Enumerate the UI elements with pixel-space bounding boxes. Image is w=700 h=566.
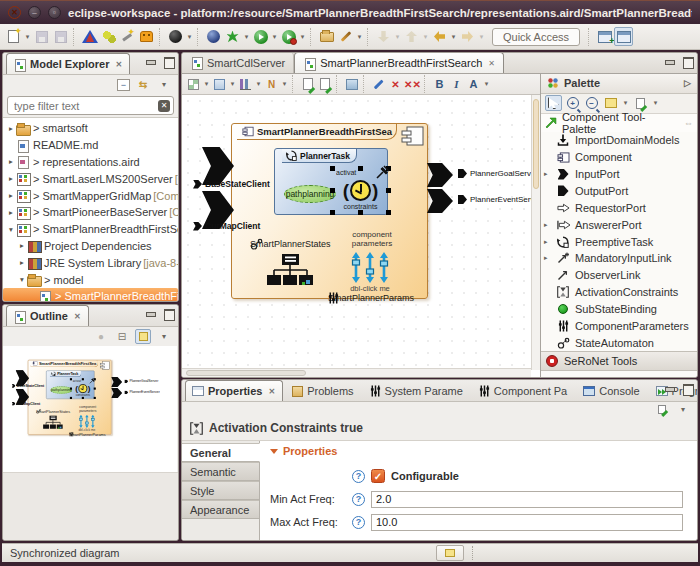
side-tab-general[interactable]: General [182,443,260,462]
delete-icon[interactable]: ✕ [387,76,404,93]
group-pin-icon[interactable]: ⇔ [684,118,693,128]
pen-dropdown[interactable] [355,27,364,46]
align-icon[interactable] [237,76,254,93]
palette-pin-icon[interactable] [684,78,691,88]
palette-item-observerlink[interactable]: ObserverLink [541,267,697,284]
open-perspective-icon[interactable] [595,27,614,46]
outline-thumbnail[interactable]: SmartPlannerBreadthFirstSea PlannerTask [3,346,177,472]
pin-view-icon[interactable] [654,403,670,415]
section-properties[interactable]: Properties [270,445,687,457]
run-dropdown[interactable] [270,27,279,46]
vertical-scrollbar[interactable] [531,95,540,370]
close-icon[interactable] [115,60,122,69]
palette-group-seronet[interactable]: SeRoNet Tools [541,351,697,371]
planner-task-tab[interactable]: PlannerTask [50,371,82,377]
save-all-icon[interactable] [51,27,70,46]
palette-item-component[interactable]: Component [541,149,697,166]
help-icon[interactable] [352,470,365,483]
font-icon[interactable]: N [263,76,280,93]
palette-item-outputport[interactable]: OutputPort [541,182,697,199]
palette-item-activationconstraints[interactable]: ActivationConstraints [541,284,697,301]
quick-access[interactable]: Quick Access [492,28,580,46]
pathplanning-node[interactable]: pathplanning [284,185,336,203]
maximize-icon[interactable] [163,309,174,319]
parameter-sliders-icon[interactable] [78,415,97,428]
params-label[interactable]: SmartPlannerParams [69,432,106,436]
help-icon[interactable] [352,516,365,529]
view-menu-icon[interactable] [675,403,691,415]
edit-pen-icon[interactable] [370,76,387,93]
min-act-freq-input[interactable] [371,491,683,508]
layer-tool-icon[interactable] [632,95,649,111]
layout-icon[interactable] [185,76,202,93]
font-color-icon[interactable]: A [465,76,482,93]
outline-tree-icon[interactable]: ⊟ [114,329,130,344]
delete-all-icon[interactable]: ✕✕ [404,76,421,93]
states-label[interactable]: SmartPlannerStates [250,239,331,249]
minimize-icon[interactable] [664,384,675,393]
maximize-icon[interactable] [682,57,693,67]
debug-dropdown[interactable] [242,27,251,46]
activation-constraints-node[interactable]: activat ( ) constraints [334,170,387,211]
palette-item-importdomainmodels[interactable]: ImportDomainModels [541,132,697,149]
tree-item[interactable]: > SmartPioneerBaseServer [Co [3,204,178,221]
zoom-out-icon[interactable]: − [583,95,600,111]
tree-item[interactable]: README.md [3,137,178,154]
view-menu-icon[interactable] [156,329,172,344]
palette-item-answererport[interactable]: AnswererPort [541,216,697,233]
back-dropdown[interactable] [449,27,458,46]
clear-filter-icon[interactable]: ✕ [158,100,170,112]
pen-icon[interactable] [336,27,355,46]
help-icon[interactable] [352,493,365,506]
arrange-icon[interactable] [211,76,228,93]
status-tool-button[interactable] [436,545,464,561]
tab-system-parameters[interactable]: System Parame [364,381,470,401]
arrow-down-icon[interactable] [374,27,393,46]
tree-item-selected[interactable]: > SmartPlannerBreadthFirst [3,288,178,301]
params-label[interactable]: SmartPlannerParams [328,293,414,303]
port-label[interactable]: PlannerGoalServer [124,379,158,383]
copy-image-icon[interactable] [343,76,360,93]
palette-item-stateautomaton[interactable]: StateAutomaton [541,334,697,351]
export-diagram-icon[interactable] [299,76,316,93]
link-with-editor-icon[interactable]: ⇆ [135,77,151,92]
new-dropdown[interactable] [23,27,32,46]
parameter-sliders-icon[interactable] [348,252,392,283]
triangle-icon[interactable] [80,27,99,46]
run-external-icon[interactable] [279,27,298,46]
modeling-perspective-icon[interactable] [614,27,633,46]
tree-item[interactable]: > representations.aird [3,154,178,171]
maximize-icon[interactable] [682,384,693,394]
tree-item[interactable]: > smartsoft [3,120,178,137]
window-maximize-button[interactable]: ▫ [48,6,61,19]
debug-icon[interactable] [223,27,242,46]
tab-component-parameters[interactable]: Component Pa [473,381,574,401]
new-icon[interactable] [4,27,23,46]
component-title-tab[interactable]: SmartPlannerBreadthFirstSea [237,124,397,140]
diagram-canvas[interactable]: SmartPlannerBreadthFirstSea PlannerTask [182,95,531,370]
sphere-icon[interactable] [204,27,223,46]
profile-dropdown[interactable] [185,27,194,46]
close-icon[interactable] [488,59,495,68]
port-label[interactable]: CurMapClient [12,402,41,406]
filter-input[interactable] [14,100,158,112]
close-icon[interactable] [74,312,81,321]
window-minimize-button[interactable]: – [28,6,41,19]
tab-problems[interactable]: Problems [286,381,360,401]
wand-icon[interactable] [118,27,137,46]
collapse-all-icon[interactable]: − [117,79,130,91]
planner-task-tab[interactable]: PlannerTask [282,149,357,163]
profile-icon[interactable] [166,27,185,46]
bold-icon[interactable]: B [431,76,448,93]
italic-icon[interactable]: I [448,76,465,93]
tree-item[interactable]: > model [3,271,178,288]
state-hierarchy-icon[interactable] [43,415,63,430]
tab-smartcdlserver[interactable]: SmartCdlServer [182,52,294,73]
select-tool-icon[interactable] [545,95,562,111]
palette-item-preemptivetask[interactable]: PreemptiveTask [541,233,697,250]
states-label[interactable]: SmartPlannerStates [36,409,70,413]
port-label[interactable]: PlannerEventServer [124,391,160,395]
tab-model-explorer[interactable]: Model Explorer [6,53,130,74]
robot-icon[interactable] [137,27,156,46]
outline-thumbnail-icon[interactable] [135,329,151,344]
